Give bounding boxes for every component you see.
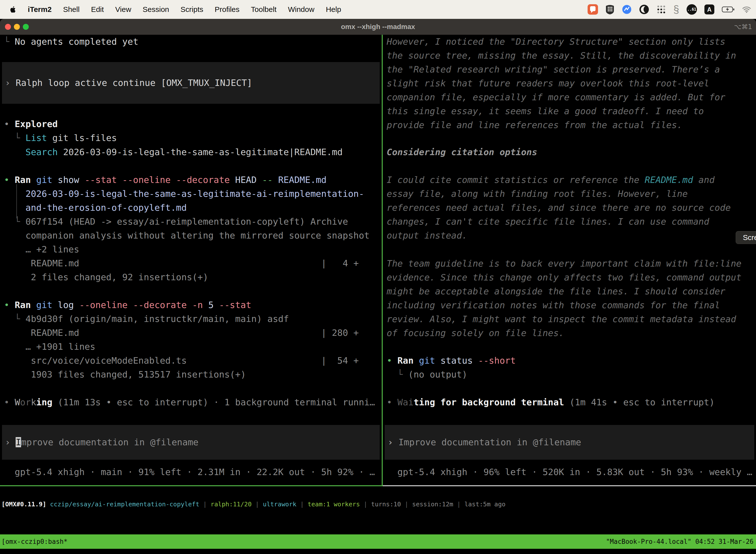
- waiting-status-line: • Waiting for background terminal (1m 41…: [387, 395, 714, 409]
- moon-icon[interactable]: [639, 4, 649, 14]
- thinking-line: changes, I can't cite specific file line…: [387, 215, 709, 229]
- command-arg-wrap-line: and-the-erosion-of-copyleft.md: [4, 201, 187, 215]
- prompt-input-right[interactable]: › Improve documentation in @filename: [385, 425, 754, 460]
- menu-item-toolbelt[interactable]: Toolbelt: [251, 5, 276, 14]
- command-output-line: 2 files changed, 92 insertions(+): [4, 270, 208, 284]
- prompt-input-right-text: › Improve documentation in @filename: [385, 435, 581, 449]
- thinking-line: this single essay, it seems like a good …: [387, 104, 704, 118]
- command-line-git-log: • Ran git log --oneline --decorate -n 5 …: [4, 298, 251, 312]
- terminal-body: └ No agents completed yet › Ralph loop a…: [0, 35, 756, 554]
- window-title: omx --xhigh --madmax: [0, 19, 756, 35]
- command-output-line: README.md | 4 +: [4, 257, 359, 270]
- working-status-line: • Working (11m 13s • esc to interrupt) ·…: [4, 395, 375, 409]
- inactive-pane-border: [383, 485, 756, 486]
- command-output-line: └ 4b9d30f (origin/main, instructkr/main,…: [4, 312, 289, 326]
- thinking-line: might be acceptable alongside the file l…: [387, 284, 725, 298]
- command-output-line: └ 067f154 (HEAD -> essay/ai-reimplementa…: [4, 215, 348, 229]
- explored-search-line: Search 2026-03-09-is-legal-the-same-as-l…: [4, 145, 342, 159]
- tmux-host-clock: "MacBook-Pro-44.local" 04:52 31-Mar-26: [606, 535, 754, 549]
- agents-status-line: └ No agents completed yet: [4, 35, 138, 49]
- thinking-heading: Considering citation options: [387, 145, 537, 159]
- menu-item-iterm2[interactable]: iTerm2: [28, 5, 52, 14]
- menu-item-scripts[interactable]: Scripts: [181, 5, 203, 14]
- command-output-line: README.md | 280 +: [4, 326, 359, 340]
- timer-badge-icon[interactable]: ..61: [687, 4, 697, 15]
- command-output-line: … +2 lines: [4, 242, 79, 257]
- ralph-loop-text: › Ralph loop active continue [OMX_TMUX_I…: [2, 76, 252, 90]
- prompt-input-left-text: › Improve documentation in @filename: [2, 435, 198, 449]
- chat-app-icon[interactable]: [587, 4, 598, 15]
- thinking-line: including verification notes with those …: [387, 298, 720, 312]
- screenshot-button-label: Scre: [743, 233, 756, 242]
- menu-item-session[interactable]: Session: [143, 5, 169, 14]
- left-agent-pane: └ No agents completed yet › Ralph loop a…: [0, 35, 382, 485]
- thinking-line: The team guideline is to back every impo…: [387, 257, 741, 271]
- screen: iTerm2 Shell Edit View Session Scripts P…: [0, 0, 756, 554]
- menu-item-shell[interactable]: Shell: [63, 5, 80, 14]
- thinking-line: companion file, especially if more comme…: [387, 90, 725, 104]
- menu-bar: iTerm2 Shell Edit View Session Scripts P…: [0, 0, 756, 19]
- command-line-git-show: • Ran git show --stat --oneline --decora…: [4, 173, 327, 187]
- thinking-line: the source tree, missing the essay. Stil…: [387, 49, 736, 63]
- right-agent-pane: However, I noticed the "Directory Struct…: [383, 35, 756, 485]
- thinking-line: output instead.: [387, 229, 467, 242]
- keypad-shield-icon[interactable]: [606, 4, 614, 14]
- thinking-line: the "Related research writing" section i…: [387, 63, 720, 76]
- menu-item-view[interactable]: View: [115, 5, 131, 14]
- command-output-line: … +1901 lines: [4, 340, 95, 354]
- thinking-line: evidence. Since this change only affects…: [387, 271, 741, 284]
- active-pane-border: [0, 485, 383, 486]
- thinking-line: essay file, along with finding root file…: [387, 187, 688, 201]
- thinking-line: I could cite commit statistics or refere…: [387, 173, 714, 187]
- window-title-bar: omx --xhigh --madmax ⌥⌘1: [0, 19, 756, 35]
- command-output-line: └ (no output): [387, 368, 467, 382]
- command-output-line: src/voice/voiceModeEnabled.ts | 54 +: [4, 354, 359, 368]
- wifi-icon[interactable]: [742, 6, 751, 13]
- model-status-line-left: gpt-5.4 xhigh · main · 91% left · 2.31M …: [4, 465, 375, 479]
- thinking-line: provide file and line references from th…: [387, 118, 682, 132]
- window-shortcut-hint: ⌥⌘1: [734, 19, 752, 35]
- thinking-line: of focusing solely on file lines.: [387, 326, 564, 340]
- explored-list-line: └ List git ls-files: [4, 131, 117, 145]
- menu-bar-status-icons: § ..61 A: [587, 4, 756, 15]
- omx-status-line: [OMX#0.11.9] cczip/essay/ai-reimplementa…: [1, 498, 505, 510]
- command-arg-wrap-line: 2026-03-09-is-legal-the-same-as-legitima…: [4, 187, 364, 201]
- s-hook-icon[interactable]: §: [674, 4, 679, 15]
- command-output-line: 1903 files changed, 513517 insertions(+): [4, 368, 246, 382]
- thinking-line: references need actual files, and since …: [387, 201, 731, 215]
- tmux-status-bar: [omx-cczip0:bash* "MacBook-Pro-44.local"…: [0, 535, 756, 549]
- explored-header: • Explored: [4, 117, 58, 131]
- prompt-input-left[interactable]: › Improve documentation in @filename: [2, 425, 380, 460]
- command-output-line: companion analysis without altering the …: [4, 229, 370, 242]
- apple-icon[interactable]: [9, 5, 17, 14]
- menu-item-help[interactable]: Help: [326, 5, 341, 14]
- tmux-session-label[interactable]: [omx-cczip0:bash*: [1, 535, 67, 549]
- battery-icon[interactable]: [722, 6, 735, 13]
- input-source-icon[interactable]: A: [704, 4, 714, 14]
- command-line-git-status: • Ran git status --short: [387, 354, 516, 368]
- ralph-loop-banner: › Ralph loop active continue [OMX_TMUX_I…: [2, 62, 380, 104]
- thinking-line: slight risk that future readers may over…: [387, 76, 709, 90]
- thinking-line: review. Also, I might want to inspect th…: [387, 312, 736, 326]
- blue-badge-icon[interactable]: [622, 4, 632, 14]
- menu-item-window[interactable]: Window: [288, 5, 315, 14]
- dots-grid-icon[interactable]: [656, 5, 666, 14]
- screenshot-button[interactable]: Scre: [736, 231, 756, 244]
- menu-item-profiles[interactable]: Profiles: [214, 5, 239, 14]
- menu-item-edit[interactable]: Edit: [91, 5, 104, 14]
- thinking-line: However, I noticed the "Directory Struct…: [387, 35, 725, 49]
- model-status-line-right: gpt-5.4 xhigh · 96% left · 520K in · 5.8…: [387, 465, 752, 479]
